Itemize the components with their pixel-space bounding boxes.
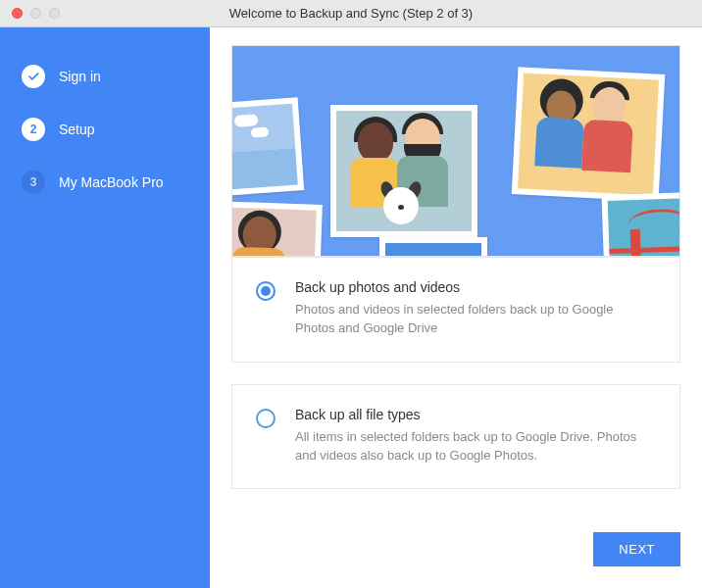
- hero-illustration: [231, 45, 680, 257]
- option-title: Back up photos and videos: [295, 279, 656, 295]
- photo-sky-icon: [231, 97, 304, 195]
- step-sign-in: Sign in: [22, 65, 188, 88]
- backup-options: Back up photos and videos Photos and vid…: [210, 257, 702, 518]
- titlebar: Welcome to Backup and Sync (Step 2 of 3): [0, 0, 702, 27]
- minimize-window-button[interactable]: [30, 8, 41, 19]
- step-label: My MacBook Pro: [59, 174, 164, 190]
- step-number-icon: 3: [22, 171, 45, 194]
- option-all-files[interactable]: Back up all file types All items in sele…: [231, 384, 680, 490]
- option-title: Back up all file types: [295, 407, 656, 422]
- option-description: Photos and videos in selected folders ba…: [295, 301, 656, 338]
- step-label: Sign in: [59, 69, 101, 84]
- next-button[interactable]: NEXT: [593, 532, 680, 566]
- radio-selected-icon[interactable]: [256, 281, 276, 301]
- sidebar: Sign in 2 Setup 3 My MacBook Pro: [0, 27, 210, 588]
- main-content: Back up photos and videos Photos and vid…: [210, 27, 702, 588]
- option-description: All items in selected folders back up to…: [295, 428, 656, 466]
- photo-bridge-icon: [602, 191, 680, 257]
- option-text: Back up all file types All items in sele…: [295, 407, 656, 466]
- step-my-macbook-pro: 3 My MacBook Pro: [22, 171, 188, 194]
- photo-mother-child-icon: [231, 201, 323, 257]
- radio-unselected-icon[interactable]: [256, 409, 276, 428]
- window-controls: [0, 8, 60, 19]
- photo-couple-dog-icon: [330, 105, 477, 237]
- option-text: Back up photos and videos Photos and vid…: [295, 279, 656, 338]
- step-number-icon: 2: [22, 118, 45, 141]
- photo-friends-icon: [512, 67, 666, 202]
- option-photos-videos[interactable]: Back up photos and videos Photos and vid…: [231, 257, 680, 363]
- step-label: Setup: [59, 122, 95, 137]
- check-icon: [22, 65, 45, 88]
- maximize-window-button[interactable]: [49, 8, 60, 19]
- window-body: Sign in 2 Setup 3 My MacBook Pro: [0, 27, 702, 588]
- footer: NEXT: [210, 518, 702, 588]
- photo-partial-icon: [379, 237, 487, 257]
- close-window-button[interactable]: [12, 8, 23, 19]
- step-setup: 2 Setup: [22, 118, 188, 141]
- window-title: Welcome to Backup and Sync (Step 2 of 3): [0, 6, 702, 21]
